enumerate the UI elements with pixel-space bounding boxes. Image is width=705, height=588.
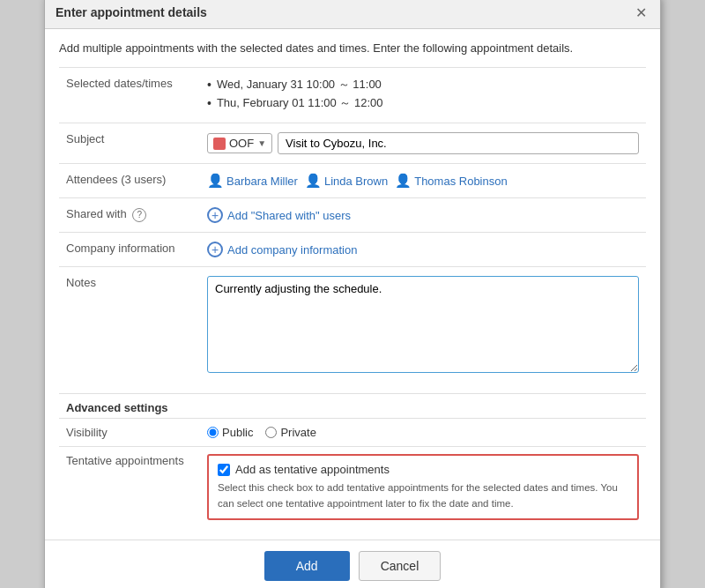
add-button[interactable]: Add	[264, 551, 350, 581]
date-item-1: • Wed, January 31 10:00 ～ 11:00	[207, 77, 639, 93]
attendee-thomas[interactable]: 👤 Thomas Robinson	[395, 173, 508, 189]
tentative-description: Select this check box to add tentative a…	[218, 480, 628, 511]
visibility-label: Visibility	[59, 419, 200, 447]
radio-public[interactable]: Public	[207, 426, 253, 439]
attendee-name-thomas: Thomas Robinson	[414, 175, 508, 188]
attendee-linda[interactable]: 👤 Linda Brown	[305, 173, 388, 189]
bullet-2: •	[207, 96, 212, 110]
tentative-checkbox-label: Add as tentative appointments	[235, 463, 390, 476]
oof-color-indicator	[213, 138, 226, 150]
add-company-info-label: Add company information	[227, 243, 357, 257]
user-icon-blue-thomas: 👤	[395, 173, 412, 189]
add-circle-company: +	[207, 242, 223, 257]
tentative-checkbox-row: Add as tentative appointments	[218, 463, 628, 476]
radio-private-input[interactable]	[265, 427, 277, 438]
add-shared-with-link[interactable]: + Add "Shared with" users	[207, 207, 639, 223]
company-info-row: Company information + Add company inform…	[59, 233, 646, 267]
oof-arrow-icon: ▼	[257, 138, 266, 148]
attendees-value: 👤 Barbara Miller 👤 Linda Brown 👤 Thomas …	[200, 164, 646, 198]
oof-label: OOF	[229, 137, 254, 150]
dialog-title: Enter appointment details	[56, 5, 207, 19]
user-icon-blue-linda: 👤	[305, 173, 322, 189]
dialog-body: Add multiple appointments with the selec…	[45, 29, 660, 540]
selected-dates-row: Selected dates/times • Wed, January 31 1…	[59, 68, 646, 123]
subject-row: Subject OOF ▼	[59, 123, 646, 164]
subject-text-input[interactable]	[278, 132, 639, 154]
dialog-footer: Add Cancel	[45, 540, 660, 588]
attendees-list: 👤 Barbara Miller 👤 Linda Brown 👤 Thomas …	[207, 173, 639, 189]
shared-with-label: Shared with ?	[59, 198, 200, 233]
notes-label: Notes	[59, 267, 200, 385]
tentative-value: Add as tentative appointments Select thi…	[200, 447, 646, 527]
cancel-button[interactable]: Cancel	[359, 551, 442, 581]
oof-dropdown[interactable]: OOF ▼	[207, 133, 272, 153]
advanced-table: Visibility Public Private	[59, 418, 646, 527]
attendees-row: Attendees (3 users) 👤 Barbara Miller 👤 L…	[59, 164, 646, 198]
attendee-barbara[interactable]: 👤 Barbara Miller	[207, 173, 298, 189]
radio-private[interactable]: Private	[265, 426, 315, 439]
visibility-row: Visibility Public Private	[59, 419, 646, 447]
tentative-checkbox[interactable]	[218, 464, 230, 476]
tentative-box: Add as tentative appointments Select thi…	[207, 454, 639, 520]
radio-private-label: Private	[280, 426, 315, 439]
advanced-settings-header: Advanced settings	[59, 393, 646, 418]
company-info-label: Company information	[59, 233, 200, 267]
shared-with-row: Shared with ? + Add "Shared with" users	[59, 198, 646, 233]
add-company-info-link[interactable]: + Add company information	[207, 242, 639, 257]
dialog-header: Enter appointment details ✕	[45, 0, 660, 29]
add-shared-with-label: Add "Shared with" users	[227, 209, 351, 222]
notes-textarea[interactable]: Currently adjusting the schedule.	[207, 276, 639, 373]
visibility-radio-group: Public Private	[207, 426, 639, 439]
date-text-2: Thu, February 01 11:00 ～ 12:00	[217, 95, 383, 111]
radio-public-input[interactable]	[207, 427, 219, 438]
attendees-label: Attendees (3 users)	[59, 164, 200, 198]
user-icon-green: 👤	[207, 173, 224, 189]
close-button[interactable]: ✕	[632, 4, 649, 21]
attendee-name-linda: Linda Brown	[324, 175, 388, 188]
form-table: Selected dates/times • Wed, January 31 1…	[59, 67, 646, 384]
intro-text: Add multiple appointments with the selec…	[59, 41, 646, 55]
tentative-row: Tentative appointments Add as tentative …	[59, 447, 646, 527]
date-text-1: Wed, January 31 10:00 ～ 11:00	[217, 77, 382, 93]
selected-dates-value: • Wed, January 31 10:00 ～ 11:00 • Thu, F…	[200, 68, 646, 123]
radio-public-label: Public	[222, 426, 253, 439]
notes-value: Currently adjusting the schedule.	[200, 267, 646, 385]
bullet-1: •	[207, 78, 212, 92]
shared-with-value: + Add "Shared with" users	[200, 198, 646, 233]
subject-label: Subject	[59, 123, 200, 164]
attendee-name-barbara: Barbara Miller	[226, 175, 298, 188]
notes-row: Notes Currently adjusting the schedule.	[59, 267, 646, 385]
add-circle-shared: +	[207, 207, 223, 223]
subject-value: OOF ▼	[200, 123, 646, 164]
subject-input-row: OOF ▼	[207, 132, 639, 154]
company-info-value: + Add company information	[200, 233, 646, 267]
shared-with-help-icon[interactable]: ?	[132, 208, 146, 222]
date-item-2: • Thu, February 01 11:00 ～ 12:00	[207, 95, 639, 111]
selected-dates-label: Selected dates/times	[59, 68, 200, 123]
tentative-label: Tentative appointments	[59, 447, 200, 527]
appointment-dialog: Enter appointment details ✕ Add multiple…	[44, 0, 661, 588]
visibility-value: Public Private	[200, 419, 646, 447]
